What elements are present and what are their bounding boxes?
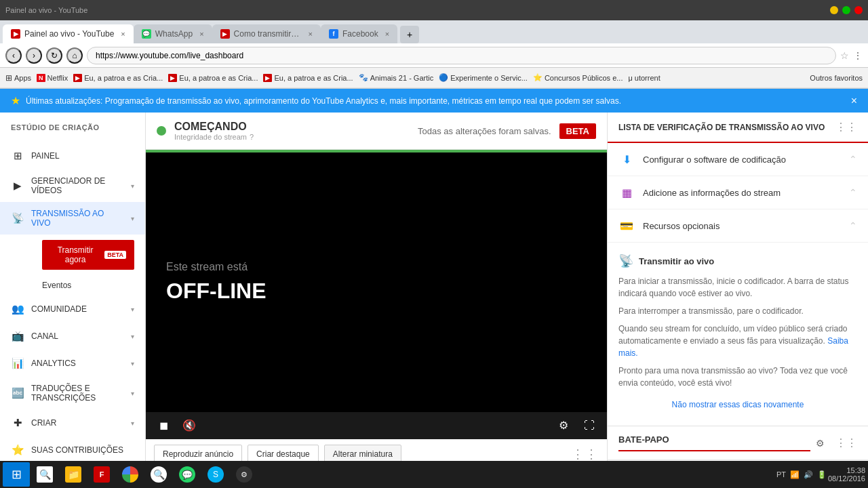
maximize-btn[interactable] [842, 6, 850, 14]
bookmark-netflix[interactable]: N Netflix [37, 74, 68, 82]
tab-transmit[interactable]: ▶ Como transmitir a tela d... × [212, 24, 321, 43]
ci-expand-2[interactable]: ⌃ [849, 220, 857, 231]
bookmark-animais[interactable]: 🐾 Animais 21 - Gartic [359, 73, 434, 82]
taskbar-explorer[interactable]: 📁 [60, 462, 87, 487]
help-icon[interactable]: ? [250, 133, 254, 141]
utorrent-icon: μ [628, 74, 632, 82]
bookmark-1-label: Eu, a patroa e as Cria... [84, 74, 163, 82]
ci-expand-0[interactable]: ⌃ [849, 154, 857, 165]
chat-gear-icon[interactable]: ⚙ [816, 438, 825, 449]
action-bar-grid-icon[interactable]: ⋮⋮ [572, 447, 599, 461]
bookmark-exp[interactable]: 🔵 Experimente o Servic... [439, 73, 528, 82]
sidebar-item-analytics[interactable]: 📊 ANALYTICS ▾ [0, 350, 145, 377]
checklist-item-1[interactable]: ▦ Adicione as informações do stream ⌃ [608, 176, 868, 209]
bookmark-apps[interactable]: ⊞ Apps [5, 73, 31, 83]
chat-grid-icon[interactable]: ⋮⋮ [835, 436, 857, 449]
stop-btn[interactable]: ◼ [154, 416, 173, 435]
taskbar-other[interactable]: ⚙ [231, 462, 258, 487]
refresh-btn[interactable]: ↻ [46, 47, 62, 64]
taskbar-search2[interactable]: 🔍 [145, 462, 172, 487]
checklist-item-0[interactable]: ⬇ Configurar o software de codificação ⌃ [608, 143, 868, 176]
checklist-item-2[interactable]: 💳 Recursos opcionais ⌃ [608, 209, 868, 243]
start-btn[interactable]: ⊞ [3, 462, 30, 487]
tab-whatsapp-close[interactable]: × [199, 30, 203, 38]
tab-youtube-close[interactable]: × [121, 30, 125, 38]
tab-youtube-label: Painel ao vivo - YouTube [24, 29, 114, 39]
yt-icon-2: ▶ [168, 74, 177, 82]
bookmark-star[interactable]: ☆ [840, 50, 849, 61]
battery-icon: 🔋 [817, 470, 827, 479]
sidebar-item-criar[interactable]: ✚ CRIAR ▾ [0, 409, 145, 436]
bookmark-conc[interactable]: ⭐ Concursos Públicos e... [533, 73, 623, 82]
bookmark-utorrent[interactable]: μ utorrent [628, 74, 660, 82]
no-show-tips-btn[interactable]: Não mostrar essas dicas novamente [618, 394, 857, 415]
stream-header: COMEÇANDO Integridade do stream ? Todas … [146, 113, 607, 150]
transmit-section: 📡 Transmitir ao vivo Para iniciar a tran… [608, 243, 868, 426]
chat-section: BATE-PAPO ⚙ ⋮⋮ [608, 426, 868, 460]
sidebar-item-traducoes[interactable]: 🔤 TRADUÇÕES E TRANSCRIÇÕES ▾ [0, 377, 145, 409]
sidebar-item-transmissao[interactable]: 📡 TRANSMISSÃO AO VIVO ▾ [0, 202, 145, 235]
bookmark-exp-label: Experimente o Servic... [450, 74, 528, 82]
sidebar-item-comunidade[interactable]: 👥 COMUNIDADE ▾ [0, 296, 145, 323]
taskbar: ⊞ 🔍 📁 F 🔍 💬 S ⚙ PT 📶 🔊 🔋 15:38 08/12/201… [0, 461, 868, 488]
fullscreen-btn[interactable]: ⛶ [580, 416, 599, 435]
sidebar-item-canal[interactable]: 📺 CANAL ▾ [0, 323, 145, 350]
forward-btn[interactable]: › [26, 47, 42, 64]
home-btn[interactable]: ⌂ [66, 47, 83, 64]
close-btn[interactable] [854, 6, 863, 14]
tab-youtube[interactable]: ▶ Painel ao vivo - YouTube × [3, 24, 134, 43]
video-player: Este stream está OFF-LINE [146, 152, 607, 412]
bookmark-3[interactable]: ▶ Eu, a patroa e as Cria... [263, 74, 353, 82]
checklist-grid-icon[interactable]: ⋮⋮ [835, 121, 857, 134]
more-bookmarks[interactable]: Outros favoritos [810, 73, 863, 83]
stream-status-label: COMEÇANDO [174, 121, 254, 133]
content-inner: COMEÇANDO Integridade do stream ? Todas … [146, 113, 868, 488]
bookmark-conc-label: Concursos Públicos e... [545, 74, 623, 82]
netflix-icon: N [37, 74, 45, 82]
tab-facebook-close[interactable]: × [385, 30, 389, 38]
sidebar-item-contribuicoes[interactable]: ⭐ SUAS CONTRIBUIÇÕES [0, 436, 145, 464]
minimize-btn[interactable] [830, 6, 838, 14]
ci-expand-1[interactable]: ⌃ [849, 187, 857, 198]
stream-integrity-label: Integridade do stream [174, 133, 247, 141]
settings-icon[interactable]: ⋮ [853, 50, 863, 61]
transmit-now-btn[interactable]: Transmitir agora BETA [42, 240, 134, 270]
transmit-desc-1: Para iniciar a transmissão, inicie o cod… [618, 275, 857, 300]
sidebar-sub-transmissao: Transmitir agora BETA Eventos [0, 240, 145, 296]
taskbar-chrome[interactable] [117, 462, 144, 487]
mute-btn[interactable]: 🔇 [180, 416, 199, 435]
notification-close-btn[interactable]: × [851, 95, 857, 107]
skype-icon: S [208, 466, 224, 483]
transmit-desc-3-text: Quando seu stream for concluído, um víde… [618, 324, 848, 346]
outros-favoritos-label: Outros favoritos [810, 74, 863, 82]
analytics-icon: 📊 [11, 357, 24, 370]
sidebar-item-gerenciador[interactable]: ▶ GERENCIADOR DE VÍDEOS ▾ [0, 169, 145, 202]
bookmark-2[interactable]: ▶ Eu, a patroa e as Cria... [168, 74, 258, 82]
contribuicoes-icon: ⭐ [11, 443, 24, 457]
title-bar: Painel ao vivo - YouTube [0, 0, 868, 20]
clock-date: 08/12/2016 [828, 474, 865, 483]
back-btn[interactable]: ‹ [5, 47, 22, 64]
ci-icon-2: 💳 [618, 218, 635, 234]
criar-icon: ✚ [11, 416, 24, 430]
sidebar-item-painel[interactable]: ⊞ PAINEL [0, 142, 145, 169]
taskbar-skype[interactable]: S [202, 462, 229, 487]
yt-icon-3: ▶ [263, 74, 272, 82]
new-tab-btn[interactable]: + [400, 26, 419, 43]
ci-icon-0: ⬇ [618, 151, 635, 167]
sidebar-comunidade-label: COMUNIDADE [31, 304, 124, 314]
tab-transmit-close[interactable]: × [309, 30, 313, 38]
settings-video-btn[interactable]: ⚙ [554, 416, 573, 435]
taskbar-search[interactable]: 🔍 [31, 462, 58, 487]
no-show-tips-label: Não mostrar essas dicas novamente [672, 400, 804, 409]
bookmark-1[interactable]: ▶ Eu, a patroa e as Cria... [73, 74, 163, 82]
taskbar-whatsapp[interactable]: 💬 [174, 462, 201, 487]
search2-icon: 🔍 [151, 466, 167, 483]
sidebar-eventos[interactable]: Eventos [31, 275, 145, 296]
tab-facebook[interactable]: f Facebook × [321, 24, 397, 43]
lang-indicator: PT [776, 470, 786, 479]
address-input[interactable] [87, 47, 836, 64]
star-icon: ★ [11, 94, 20, 107]
taskbar-foxit[interactable]: F [88, 462, 115, 487]
tab-whatsapp[interactable]: 💬 WhatsApp × [134, 24, 212, 43]
